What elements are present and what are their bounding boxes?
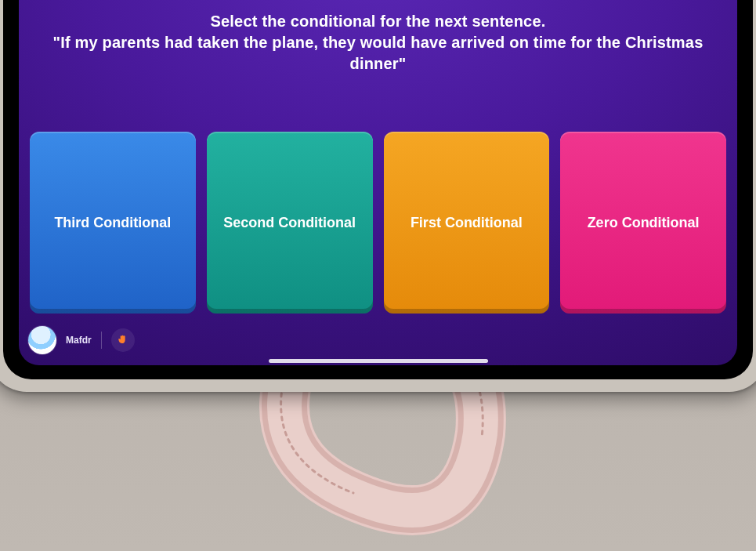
- tablet-bezel: Select the conditional for the next sent…: [3, 0, 753, 379]
- answer-option-4[interactable]: Zero Conditional: [560, 132, 726, 314]
- answer-option-3[interactable]: First Conditional: [384, 132, 550, 314]
- answer-option-label: Zero Conditional: [588, 215, 700, 231]
- question-text: Select the conditional for the next sent…: [19, 0, 737, 82]
- player-avatar[interactable]: [28, 326, 56, 354]
- answer-grid: Third Conditional Second Conditional Fir…: [30, 132, 726, 314]
- answer-option-label: Third Conditional: [54, 215, 171, 231]
- question-sentence: "If my parents had taken the plane, they…: [52, 34, 703, 72]
- answer-option-2[interactable]: Second Conditional: [207, 132, 373, 314]
- question-prompt: Select the conditional for the next sent…: [211, 13, 546, 30]
- home-indicator[interactable]: [269, 359, 488, 363]
- tablet-frame: Select the conditional for the next sent…: [0, 0, 756, 392]
- raise-hand-icon: [117, 334, 129, 346]
- answer-option-label: Second Conditional: [223, 215, 356, 231]
- quiz-screen: Select the conditional for the next sent…: [19, 0, 737, 365]
- answer-option-label: First Conditional: [411, 215, 523, 231]
- player-footer: Mafdr: [28, 323, 728, 357]
- footer-divider: [101, 332, 102, 349]
- answer-option-1[interactable]: Third Conditional: [30, 132, 196, 314]
- player-name: Mafdr: [66, 335, 92, 346]
- raise-hand-button[interactable]: [111, 328, 135, 352]
- photo-background: Select the conditional for the next sent…: [0, 0, 756, 551]
